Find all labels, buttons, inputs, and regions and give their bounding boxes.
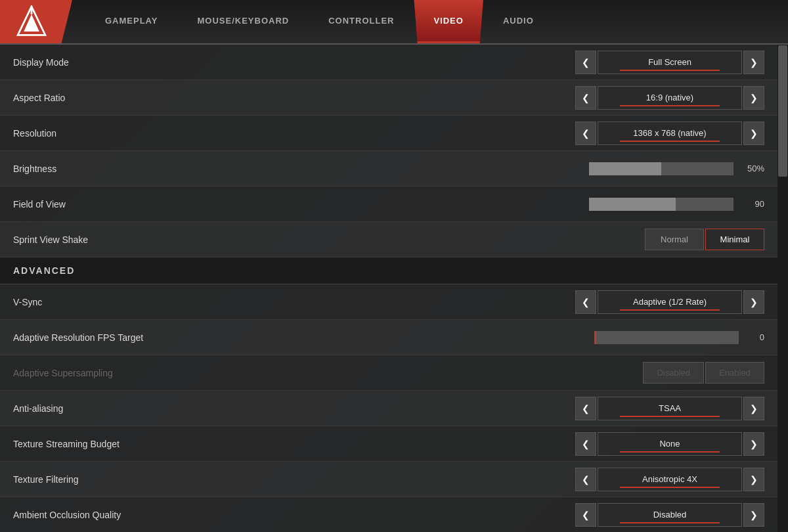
brightness-fill	[589, 162, 661, 175]
texture-filtering-prev[interactable]: ❮	[575, 468, 596, 491]
texture-filtering-row: Texture Filtering ❮ Anisotropic 4X ❯	[0, 462, 777, 497]
texture-filtering-label: Texture Filtering	[13, 474, 575, 485]
ambient-occlusion-control: ❮ Disabled ❯	[575, 503, 764, 527]
adaptive-res-fps-label: Adaptive Resolution FPS Target	[13, 332, 594, 343]
brightness-row: Brightness 50%	[0, 151, 777, 187]
adaptive-supersampling-enabled: Enabled	[705, 362, 764, 384]
resolution-row: Resolution ❮ 1368 x 768 (native) ❯	[0, 116, 777, 151]
fov-slider[interactable]	[589, 198, 733, 211]
aspect-ratio-value: 16:9 (native)	[598, 86, 742, 110]
brightness-control: 50%	[589, 162, 764, 175]
resolution-value: 1368 x 768 (native)	[598, 122, 742, 145]
logo-area	[0, 0, 72, 43]
apex-logo	[15, 5, 48, 38]
adaptive-supersampling-disabled: Disabled	[643, 362, 704, 384]
aspect-ratio-row: Aspect Ratio ❮ 16:9 (native) ❯	[0, 80, 777, 116]
aspect-ratio-label: Aspect Ratio	[13, 93, 575, 103]
brightness-value: 50%	[741, 164, 764, 173]
scrollbar-track[interactable]	[777, 45, 788, 532]
texture-filtering-control: ❮ Anisotropic 4X ❯	[575, 468, 764, 491]
fov-fill	[589, 198, 676, 211]
texture-streaming-value: None	[598, 432, 742, 456]
vsync-prev[interactable]: ❮	[575, 290, 596, 314]
ambient-occlusion-prev[interactable]: ❮	[575, 503, 596, 527]
texture-streaming-row: Texture Streaming Budget ❮ None ❯	[0, 426, 777, 462]
adaptive-res-fps-slider[interactable]	[594, 331, 739, 344]
fov-label: Field of View	[13, 199, 589, 210]
display-mode-control: ❮ Full Screen ❯	[575, 51, 764, 74]
sprint-view-shake-control: Normal Minimal	[645, 229, 764, 250]
resolution-next[interactable]: ❯	[743, 122, 764, 145]
aspect-ratio-control: ❮ 16:9 (native) ❯	[575, 86, 764, 110]
scrollbar-thumb[interactable]	[778, 45, 787, 177]
sprint-view-shake-label: Sprint View Shake	[13, 234, 645, 245]
basic-settings-group: Display Mode ❮ Full Screen ❯ Aspect Rati…	[0, 45, 777, 257]
sprint-view-shake-normal[interactable]: Normal	[645, 229, 704, 250]
anti-aliasing-next[interactable]: ❯	[743, 397, 764, 420]
display-mode-next[interactable]: ❯	[743, 51, 764, 74]
display-mode-label: Display Mode	[13, 57, 575, 68]
tab-gameplay[interactable]: GAMEPLAY	[85, 0, 177, 43]
resolution-label: Resolution	[13, 128, 575, 139]
texture-streaming-prev[interactable]: ❮	[575, 432, 596, 456]
anti-aliasing-value: TSAA	[598, 397, 742, 420]
display-mode-row: Display Mode ❮ Full Screen ❯	[0, 45, 777, 80]
main-content: Display Mode ❮ Full Screen ❯ Aspect Rati…	[0, 45, 788, 532]
ambient-occlusion-value: Disabled	[598, 503, 742, 527]
tab-audio[interactable]: AUDIO	[483, 0, 554, 43]
anti-aliasing-control: ❮ TSAA ❯	[575, 397, 764, 420]
adaptive-supersampling-control: Disabled Enabled	[643, 362, 764, 384]
ambient-occlusion-row: Ambient Occlusion Quality ❮ Disabled ❯	[0, 497, 777, 532]
anti-aliasing-prev[interactable]: ❮	[575, 397, 596, 420]
tab-video[interactable]: VIDEO	[414, 0, 483, 43]
vsync-next[interactable]: ❯	[743, 290, 764, 314]
brightness-slider[interactable]	[589, 162, 733, 175]
texture-filtering-next[interactable]: ❯	[743, 468, 764, 491]
vsync-row: V-Sync ❮ Adaptive (1/2 Rate) ❯	[0, 284, 777, 320]
adaptive-supersampling-label: Adaptive Supersampling	[13, 368, 643, 378]
texture-streaming-next[interactable]: ❯	[743, 432, 764, 456]
fov-control: 90	[589, 198, 764, 211]
adaptive-res-fps-control: 0	[594, 331, 764, 344]
settings-panel: Display Mode ❮ Full Screen ❯ Aspect Rati…	[0, 45, 777, 532]
sprint-view-shake-minimal[interactable]: Minimal	[705, 229, 764, 250]
tab-mouse-keyboard[interactable]: MOUSE/KEYBOARD	[177, 0, 309, 43]
display-mode-value: Full Screen	[598, 51, 742, 74]
texture-filtering-value: Anisotropic 4X	[598, 468, 742, 491]
anti-aliasing-row: Anti-aliasing ❮ TSAA ❯	[0, 391, 777, 426]
advanced-settings-group: V-Sync ❮ Adaptive (1/2 Rate) ❯ Adaptive …	[0, 284, 777, 532]
sprint-view-shake-row: Sprint View Shake Normal Minimal	[0, 222, 777, 257]
advanced-section-header: ADVANCED	[0, 257, 777, 284]
brightness-label: Brightness	[13, 164, 589, 174]
display-mode-prev[interactable]: ❮	[575, 51, 596, 74]
aspect-ratio-next[interactable]: ❯	[743, 86, 764, 110]
fov-value: 90	[741, 199, 764, 209]
header: GAMEPLAY MOUSE/KEYBOARD CONTROLLER VIDEO…	[0, 0, 788, 45]
adaptive-res-fps-row: Adaptive Resolution FPS Target 0	[0, 320, 777, 355]
anti-aliasing-label: Anti-aliasing	[13, 403, 575, 414]
aspect-ratio-prev[interactable]: ❮	[575, 86, 596, 110]
ambient-occlusion-label: Ambient Occlusion Quality	[13, 510, 575, 520]
resolution-control: ❮ 1368 x 768 (native) ❯	[575, 122, 764, 145]
tab-controller[interactable]: CONTROLLER	[309, 0, 414, 43]
vsync-label: V-Sync	[13, 297, 575, 307]
texture-streaming-label: Texture Streaming Budget	[13, 439, 575, 449]
ambient-occlusion-next[interactable]: ❯	[743, 503, 764, 527]
fps-slider-marker	[594, 331, 596, 344]
adaptive-res-fps-value: 0	[741, 332, 764, 342]
adaptive-supersampling-row: Adaptive Supersampling Disabled Enabled	[0, 355, 777, 391]
resolution-prev[interactable]: ❮	[575, 122, 596, 145]
nav-tabs: GAMEPLAY MOUSE/KEYBOARD CONTROLLER VIDEO…	[72, 0, 788, 43]
vsync-control: ❮ Adaptive (1/2 Rate) ❯	[575, 290, 764, 314]
vsync-value: Adaptive (1/2 Rate)	[598, 290, 742, 314]
fov-row: Field of View 90	[0, 187, 777, 222]
texture-streaming-control: ❮ None ❯	[575, 432, 764, 456]
